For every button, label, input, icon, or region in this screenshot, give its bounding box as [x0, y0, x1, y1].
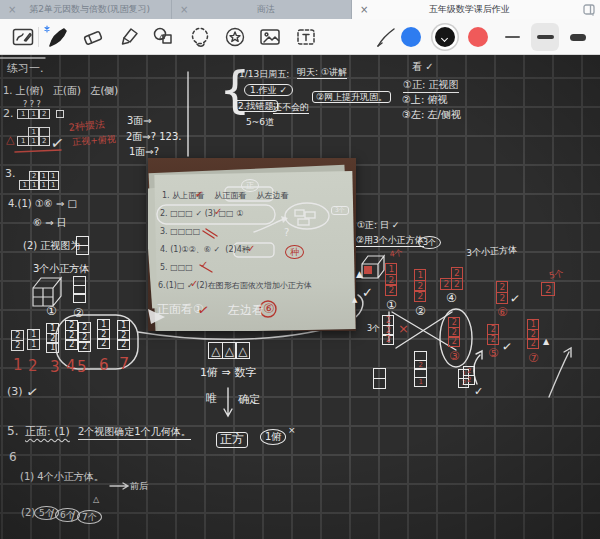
chevron-down-icon [442, 36, 448, 42]
shapes-tool-icon[interactable] [151, 24, 177, 50]
drawing-toolbar [0, 19, 600, 55]
thin-dash-icon [505, 36, 520, 38]
close-icon[interactable]: × [180, 5, 188, 15]
close-icon[interactable]: × [8, 5, 16, 15]
tab-label: 五年级数学课后作业 [374, 3, 578, 16]
canvas-mode-icon[interactable] [10, 24, 36, 50]
stroke-width-thin[interactable] [498, 23, 526, 51]
page-panel-icon[interactable] [578, 0, 600, 19]
lasso-tool-icon[interactable] [187, 24, 213, 50]
toolbar-separator [38, 27, 39, 47]
tab-shangfa[interactable]: × 商法 [172, 0, 352, 19]
color-swatch-blue[interactable] [401, 27, 421, 47]
stroke-width-medium[interactable] [531, 23, 559, 51]
text-tool-icon[interactable] [293, 24, 319, 50]
tab-grade5-homework[interactable]: × 五年级数学课后作业 [352, 0, 578, 19]
close-icon[interactable]: × [360, 5, 368, 15]
highlighter-tool-icon[interactable] [116, 24, 142, 50]
stroke-width-thick[interactable] [564, 23, 592, 51]
embedded-photo[interactable] [148, 158, 356, 331]
pen-tool-icon[interactable] [44, 24, 70, 50]
tab-label: 商法 [194, 3, 351, 16]
thick-dash-icon [570, 34, 586, 41]
photo-paper-main [154, 171, 355, 331]
color-swatch-black[interactable] [435, 27, 455, 47]
sticker-tool-icon[interactable] [222, 24, 248, 50]
quick-pen-icon[interactable] [374, 24, 400, 50]
tab-unit2-factors[interactable]: × 第2单元因数与倍数(巩固复习) [0, 0, 172, 19]
eraser-tool-icon[interactable] [80, 24, 106, 50]
medium-dash-icon [537, 35, 554, 39]
image-tool-icon[interactable] [257, 24, 283, 50]
tab-bar: × 第2单元因数与倍数(巩固复习) × 商法 × 五年级数学课后作业 [0, 0, 600, 19]
color-swatch-red[interactable] [468, 27, 488, 47]
tab-label: 第2单元因数与倍数(巩固复习) [22, 3, 171, 16]
